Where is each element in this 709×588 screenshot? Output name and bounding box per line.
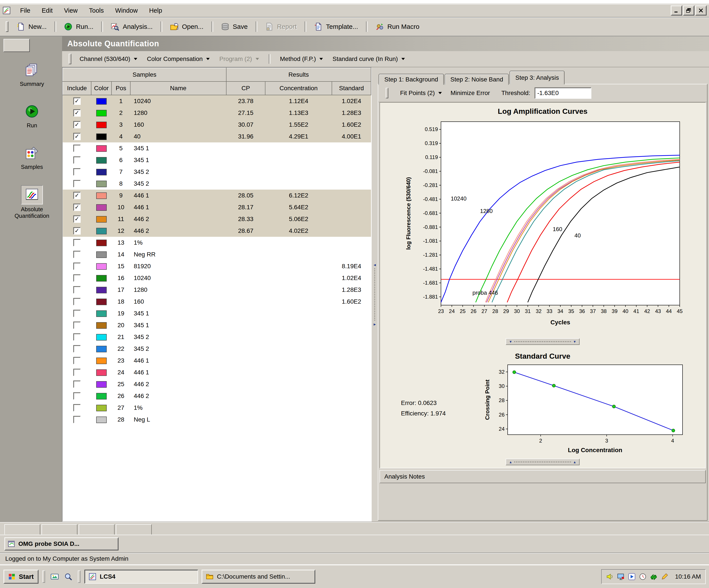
standard-curve-dropdown[interactable]: Standard curve (In Run) [328,53,409,65]
taskbar-grip[interactable] [43,570,45,583]
sample-row[interactable]: 16102401.02E4 [63,272,371,284]
collapse-right-icon[interactable]: ▸ [374,322,376,326]
color-swatch[interactable] [96,228,107,234]
sidebar-item-run[interactable]: Run [3,102,60,129]
color-swatch[interactable] [96,145,107,152]
include-checkbox[interactable] [73,157,81,164]
include-checkbox[interactable] [73,262,81,270]
include-checkbox[interactable]: ✓ [73,121,81,129]
toolbar-button-analysis[interactable]: Analysis... [106,21,158,32]
menu-view[interactable]: View [59,5,83,16]
sample-row[interactable]: ✓10446 128.175.64E2 [63,201,371,213]
toolbar-button-run[interactable]: Run... [59,21,99,32]
collapse-up-icon[interactable]: ▴ [574,460,576,464]
column-header-name[interactable]: Name [130,82,226,95]
column-header-color[interactable]: Color [91,82,111,95]
volume-icon[interactable] [606,573,614,581]
taskbar-grip[interactable] [78,570,80,583]
color-swatch[interactable] [96,122,107,128]
toolbar-button-new[interactable]: New... [11,21,52,32]
tab-step-2-noise-band[interactable]: Step 2: Noise Band [445,74,509,85]
color-swatch[interactable] [96,216,107,223]
include-checkbox[interactable] [73,404,81,412]
include-checkbox[interactable]: ✓ [73,133,81,140]
tab-step-1-background[interactable]: Step 1: Background [379,74,444,85]
column-header-cp[interactable]: CP [226,82,265,95]
color-swatch[interactable] [96,310,107,317]
color-swatch[interactable] [96,192,107,199]
sidebar-item-samples[interactable]: Samples [3,144,60,170]
include-checkbox[interactable] [73,345,81,353]
collapse-down-icon[interactable]: ▾ [509,340,511,343]
menu-file[interactable]: File [15,5,36,16]
include-checkbox[interactable] [73,251,81,258]
vertical-splitter[interactable]: ◂ ▸ [372,67,378,522]
sample-row[interactable]: 5345 1 [63,142,371,154]
sample-row[interactable]: 1712801.28E3 [63,284,371,296]
color-swatch[interactable] [96,134,107,140]
toolbar-button-report[interactable]: Report [260,21,302,32]
chart-splitter-top[interactable]: ▾ ▾ [506,338,580,345]
scheduler-icon[interactable] [639,573,647,581]
color-swatch[interactable] [96,393,107,399]
include-checkbox[interactable] [73,321,81,329]
include-checkbox[interactable] [73,239,81,246]
sample-row[interactable]: 24446 1 [63,366,371,378]
include-checkbox[interactable] [73,333,81,341]
sample-row[interactable]: 181601.60E2 [63,296,371,308]
threshold-input[interactable] [534,87,592,99]
fit-toolbar-grip[interactable] [386,88,388,98]
include-checkbox[interactable]: ✓ [73,192,81,199]
sample-row[interactable]: 28Neg L [63,414,371,425]
splitter-handle[interactable] [374,268,375,320]
menu-tools[interactable]: Tools [84,5,109,16]
method-dropdown[interactable]: Method (F.P.) [276,53,327,65]
sample-row[interactable]: 23446 1 [63,355,371,366]
color-swatch[interactable] [96,381,107,388]
color-swatch[interactable] [96,417,107,423]
toolbar-button-run-macro[interactable]: Run Macro [370,21,425,32]
include-checkbox[interactable] [73,416,81,423]
sample-row[interactable]: 25446 2 [63,378,371,390]
color-swatch[interactable] [96,299,107,305]
color-swatch[interactable] [96,180,107,187]
channel-dropdown[interactable]: Channel (530/640) [75,53,142,65]
start-button[interactable]: Start [3,570,38,584]
include-checkbox[interactable]: ✓ [73,203,81,211]
sample-row[interactable]: ✓316030.071.55E21.60E2 [63,119,371,131]
color-swatch[interactable] [96,358,107,364]
sample-row[interactable]: 19345 1 [63,308,371,319]
include-checkbox[interactable] [73,145,81,152]
column-header-standard[interactable]: Standard [332,82,371,95]
color-swatch[interactable] [96,169,107,175]
menu-edit[interactable]: Edit [36,5,58,16]
column-header-include[interactable]: Include [63,82,91,95]
analysis-notes-bar[interactable]: Analysis Notes [379,470,706,483]
menu-window[interactable]: Window [110,5,143,16]
task-button-c-documents-and-settin[interactable]: C:\Documents and Settin... [202,570,315,584]
pen-icon[interactable] [661,573,668,581]
toolbar-button-save[interactable]: Save [216,21,253,32]
display-icon[interactable] [617,573,625,581]
sample-row[interactable]: ✓11446 228.335.06E2 [63,213,371,225]
include-checkbox[interactable]: ✓ [73,97,81,105]
program-dropdown[interactable]: Program (2) [215,53,263,65]
chart-splitter-bottom[interactable]: ▴ ▴ [506,459,580,465]
include-checkbox[interactable] [73,310,81,317]
restore-button[interactable] [683,5,694,16]
sample-row[interactable]: 21345 2 [63,331,371,343]
sample-row[interactable]: 6345 1 [63,154,371,166]
fit-points-dropdown[interactable]: Fit Points (2) [396,87,446,99]
sample-row[interactable]: ✓9446 128.056.12E2 [63,190,371,201]
sidebar-item-summary[interactable]: Summary [3,61,60,87]
task-button-lcs4[interactable]: LCS4 [84,570,198,584]
include-checkbox[interactable]: ✓ [73,109,81,117]
sample-row[interactable]: ✓11024023.781.12E41.02E4 [63,95,371,107]
sample-row[interactable]: 15819208.19E4 [63,260,371,272]
toolbar-button-open[interactable]: Open... [165,21,209,32]
collapse-down-icon[interactable]: ▾ [574,340,576,343]
include-checkbox[interactable] [73,274,81,282]
color-swatch[interactable] [96,322,107,329]
sample-row[interactable]: ✓44031.964.29E14.00E1 [63,131,371,142]
color-swatch[interactable] [96,334,107,340]
